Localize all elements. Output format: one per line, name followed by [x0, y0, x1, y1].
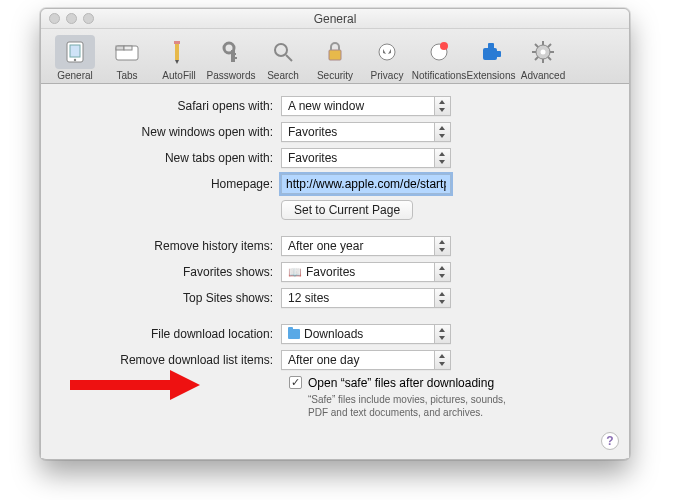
homepage-input[interactable]: [281, 174, 451, 194]
select-download-list[interactable]: After one day: [281, 350, 451, 370]
svg-point-18: [440, 42, 448, 50]
toolbar-label: General: [57, 70, 93, 81]
toolbar-label: Security: [317, 70, 353, 81]
svg-line-28: [535, 44, 538, 47]
window-title: General: [314, 12, 357, 26]
close-icon[interactable]: [49, 13, 60, 24]
label-opens-with: Safari opens with:: [61, 99, 281, 113]
svg-rect-8: [174, 41, 180, 44]
chevron-updown-icon: [434, 351, 450, 369]
open-safe-files-description: “Safe” files include movies, pictures, s…: [308, 393, 518, 419]
svg-point-16: [379, 44, 395, 60]
book-icon: 📖: [288, 266, 302, 279]
svg-point-23: [541, 50, 546, 55]
preferences-window: General GeneralTabsAutoFillPasswordsSear…: [40, 8, 630, 460]
privacy-icon: [367, 35, 407, 69]
content: Safari opens with: A new window New wind…: [41, 84, 629, 458]
toolbar-label: Tabs: [116, 70, 137, 81]
label-remove-history: Remove history items:: [61, 239, 281, 253]
general-icon: [55, 35, 95, 69]
svg-rect-5: [124, 46, 132, 50]
toolbar-label: Passwords: [207, 70, 256, 81]
toolbar-autofill-tab[interactable]: AutoFill: [153, 33, 205, 81]
svg-line-29: [548, 57, 551, 60]
titlebar: General: [41, 9, 629, 29]
notifications-icon: [419, 35, 459, 69]
svg-point-13: [275, 44, 287, 56]
select-opens-with[interactable]: A new window: [281, 96, 451, 116]
set-current-page-button[interactable]: Set to Current Page: [281, 200, 413, 220]
svg-line-14: [286, 55, 292, 61]
toolbar-passwords-tab[interactable]: Passwords: [205, 33, 257, 81]
toolbar-label: Extensions: [467, 70, 516, 81]
toolbar-label: Search: [267, 70, 299, 81]
svg-point-2: [74, 59, 76, 61]
toolbar-tabs-tab[interactable]: Tabs: [101, 33, 153, 81]
toolbar-security-tab[interactable]: Security: [309, 33, 361, 81]
tabs-icon: [107, 35, 147, 69]
toolbar-search-tab[interactable]: Search: [257, 33, 309, 81]
chevron-updown-icon: [434, 97, 450, 115]
minimize-icon[interactable]: [66, 13, 77, 24]
chevron-updown-icon: [434, 237, 450, 255]
chevron-updown-icon: [434, 263, 450, 281]
toolbar-advanced-tab[interactable]: Advanced: [517, 33, 569, 81]
search-icon: [263, 35, 303, 69]
label-favorites-shows: Favorites shows:: [61, 265, 281, 279]
svg-rect-6: [175, 42, 179, 60]
svg-rect-21: [496, 51, 501, 57]
select-download-location[interactable]: Downloads: [281, 324, 451, 344]
svg-marker-7: [175, 60, 179, 64]
toolbar-extensions-tab[interactable]: Extensions: [465, 33, 517, 81]
svg-rect-10: [231, 50, 235, 62]
svg-rect-15: [329, 50, 341, 60]
label-homepage: Homepage:: [61, 177, 281, 191]
select-remove-history[interactable]: After one year: [281, 236, 451, 256]
extensions-icon: [471, 35, 511, 69]
select-favorites-shows[interactable]: 📖 Favorites: [281, 262, 451, 282]
window-controls[interactable]: [49, 13, 94, 24]
select-top-sites[interactable]: 12 sites: [281, 288, 451, 308]
svg-line-30: [535, 57, 538, 60]
autofill-icon: [159, 35, 199, 69]
chevron-updown-icon: [434, 289, 450, 307]
label-top-sites: Top Sites shows:: [61, 291, 281, 305]
chevron-updown-icon: [434, 149, 450, 167]
svg-rect-12: [233, 53, 236, 55]
label-download-location: File download location:: [61, 327, 281, 341]
toolbar-label: Advanced: [521, 70, 565, 81]
select-new-tabs[interactable]: Favorites: [281, 148, 451, 168]
open-safe-files-label: Open “safe” files after downloading: [308, 376, 518, 390]
toolbar-general-tab[interactable]: General: [49, 33, 101, 81]
toolbar-label: AutoFill: [162, 70, 195, 81]
select-new-windows[interactable]: Favorites: [281, 122, 451, 142]
help-button[interactable]: ?: [601, 432, 619, 450]
advanced-icon: [523, 35, 563, 69]
svg-rect-11: [233, 57, 237, 59]
svg-rect-4: [116, 46, 124, 50]
label-download-list: Remove download list items:: [61, 353, 281, 367]
zoom-icon[interactable]: [83, 13, 94, 24]
svg-rect-19: [483, 48, 497, 60]
folder-icon: [288, 329, 300, 339]
svg-rect-20: [488, 43, 494, 49]
security-icon: [315, 35, 355, 69]
svg-rect-1: [70, 45, 80, 57]
chevron-updown-icon: [434, 123, 450, 141]
chevron-updown-icon: [434, 325, 450, 343]
svg-line-31: [548, 44, 551, 47]
toolbar-privacy-tab[interactable]: Privacy: [361, 33, 413, 81]
toolbar: GeneralTabsAutoFillPasswordsSearchSecuri…: [41, 29, 629, 84]
label-new-tabs: New tabs open with:: [61, 151, 281, 165]
passwords-icon: [211, 35, 251, 69]
toolbar-label: Privacy: [371, 70, 404, 81]
open-safe-files-checkbox[interactable]: [289, 376, 302, 389]
label-new-windows: New windows open with:: [61, 125, 281, 139]
toolbar-label: Notifications: [412, 70, 466, 81]
toolbar-notifications-tab[interactable]: Notifications: [413, 33, 465, 81]
